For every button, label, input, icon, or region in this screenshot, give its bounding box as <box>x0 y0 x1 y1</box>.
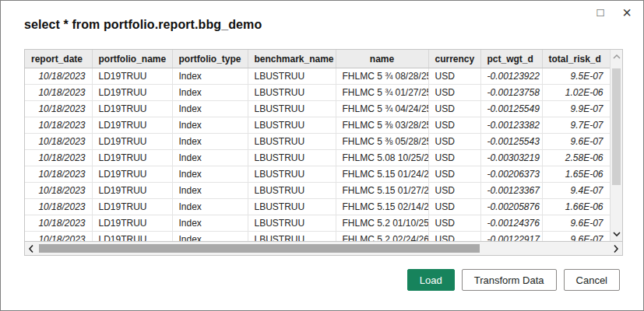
cell-portfolio_type: Index <box>172 166 248 182</box>
cell-total_risk_d: 2.58E-06 <box>542 149 610 166</box>
cell-currency: USD <box>428 231 480 241</box>
cell-report_date: 10/18/2023 <box>25 133 92 149</box>
window-controls: □ × <box>593 5 634 19</box>
cell-pct_wgt_d: -0.00206373 <box>480 166 542 182</box>
cell-portfolio_type: Index <box>172 117 248 133</box>
cell-portfolio_type: Index <box>172 84 248 100</box>
cell-report_date: 10/18/2023 <box>25 231 92 241</box>
cell-name: FHLMC 5.15 02/14/25 <box>336 198 428 215</box>
cancel-button[interactable]: Cancel <box>564 269 620 291</box>
close-icon[interactable]: × <box>620 5 634 19</box>
vertical-scrollbar-thumb[interactable] <box>612 68 621 185</box>
cell-pct_wgt_d: -0.00123922 <box>480 68 542 84</box>
cell-currency: USD <box>428 182 480 198</box>
cell-report_date: 10/18/2023 <box>25 182 92 198</box>
cell-report_date: 10/18/2023 <box>25 117 92 133</box>
cell-portfolio_name: LD19TRUU <box>92 68 172 84</box>
column-header-portfolio_type: portfolio_type <box>172 50 248 68</box>
column-header-total_risk_d: total_risk_d <box>542 50 610 68</box>
table-body: 10/18/2023LD19TRUUIndexLBUSTRUUFHLMC 5 ¾… <box>25 68 610 241</box>
cell-benchmark_name: LBUSTRUU <box>248 68 336 84</box>
cell-total_risk_d: 9.5E-07 <box>542 68 610 84</box>
cell-benchmark_name: LBUSTRUU <box>248 100 336 117</box>
table-row: 10/18/2023LD19TRUUIndexLBUSTRUUFHLMC 5.1… <box>25 182 610 198</box>
cell-currency: USD <box>428 100 480 117</box>
cell-portfolio_type: Index <box>172 133 248 149</box>
cell-name: FHLMC 5 ⅜ 03/28/25 <box>336 117 428 133</box>
cell-portfolio_name: LD19TRUU <box>92 182 172 198</box>
cell-currency: USD <box>428 198 480 215</box>
cell-benchmark_name: LBUSTRUU <box>248 198 336 215</box>
table-grid: report_dateportfolio_nameportfolio_typeb… <box>25 50 610 241</box>
scroll-up-icon[interactable] <box>611 51 622 63</box>
scroll-down-icon[interactable] <box>611 228 622 240</box>
cell-pct_wgt_d: -0.00123367 <box>480 182 542 198</box>
cell-benchmark_name: LBUSTRUU <box>248 231 336 241</box>
cell-total_risk_d: 1.66E-06 <box>542 198 610 215</box>
cell-pct_wgt_d: -0.00125549 <box>480 100 542 117</box>
table-row: 10/18/2023LD19TRUUIndexLBUSTRUUFHLMC 5 ⅜… <box>25 117 610 133</box>
cell-benchmark_name: LBUSTRUU <box>248 84 336 100</box>
scroll-left-icon[interactable] <box>25 242 37 255</box>
cell-portfolio_type: Index <box>172 149 248 166</box>
table-row: 10/18/2023LD19TRUUIndexLBUSTRUUFHLMC 5.0… <box>25 149 610 166</box>
cell-portfolio_name: LD19TRUU <box>92 84 172 100</box>
cell-currency: USD <box>428 84 480 100</box>
dialog-window: □ × select * from portfolio.report.bbg_d… <box>0 0 644 311</box>
load-button[interactable]: Load <box>407 269 455 291</box>
cell-currency: USD <box>428 215 480 231</box>
table-row: 10/18/2023LD19TRUUIndexLBUSTRUUFHLMC 5 ⅜… <box>25 133 610 149</box>
table-row: 10/18/2023LD19TRUUIndexLBUSTRUUFHLMC 5.2… <box>25 231 610 241</box>
cell-report_date: 10/18/2023 <box>25 198 92 215</box>
transform-data-button[interactable]: Transform Data <box>462 269 557 291</box>
cell-name: FHLMC 5 ¾ 08/28/25 <box>336 68 428 84</box>
horizontal-scrollbar-track[interactable] <box>37 242 610 255</box>
cell-total_risk_d: 9.6E-07 <box>542 231 610 241</box>
preview-table: report_dateportfolio_nameportfolio_typeb… <box>25 50 610 241</box>
cell-name: FHLMC 5.2 02/24/26 <box>336 231 428 241</box>
cell-benchmark_name: LBUSTRUU <box>248 133 336 149</box>
cell-pct_wgt_d: -0.00125543 <box>480 133 542 149</box>
cell-benchmark_name: LBUSTRUU <box>248 182 336 198</box>
cell-pct_wgt_d: -0.00124376 <box>480 215 542 231</box>
cell-portfolio_name: LD19TRUU <box>92 100 172 117</box>
table-row: 10/18/2023LD19TRUUIndexLBUSTRUUFHLMC 5 ¾… <box>25 100 610 117</box>
cell-name: FHLMC 5.08 10/25/24 <box>336 149 428 166</box>
maximize-icon[interactable]: □ <box>593 5 607 19</box>
scroll-right-icon[interactable] <box>610 242 622 255</box>
cell-portfolio_name: LD19TRUU <box>92 166 172 182</box>
horizontal-scrollbar[interactable] <box>24 242 623 256</box>
cell-total_risk_d: 9.6E-07 <box>542 215 610 231</box>
cell-report_date: 10/18/2023 <box>25 68 92 84</box>
cell-total_risk_d: 9.7E-07 <box>542 117 610 133</box>
cell-benchmark_name: LBUSTRUU <box>248 166 336 182</box>
cell-currency: USD <box>428 68 480 84</box>
cell-total_risk_d: 9.6E-07 <box>542 133 610 149</box>
table-row: 10/18/2023LD19TRUUIndexLBUSTRUUFHLMC 5.1… <box>25 198 610 215</box>
table-row: 10/18/2023LD19TRUUIndexLBUSTRUUFHLMC 5.2… <box>25 215 610 231</box>
cell-pct_wgt_d: -0.00123758 <box>480 84 542 100</box>
cell-report_date: 10/18/2023 <box>25 100 92 117</box>
cell-portfolio_name: LD19TRUU <box>92 117 172 133</box>
cell-currency: USD <box>428 133 480 149</box>
vertical-scrollbar[interactable] <box>610 50 622 241</box>
cell-total_risk_d: 9.9E-07 <box>542 100 610 117</box>
cell-portfolio_name: LD19TRUU <box>92 231 172 241</box>
cell-benchmark_name: LBUSTRUU <box>248 149 336 166</box>
horizontal-scrollbar-thumb[interactable] <box>39 244 480 253</box>
cell-report_date: 10/18/2023 <box>25 84 92 100</box>
cell-pct_wgt_d: -0.00205876 <box>480 198 542 215</box>
dialog-title: select * from portfolio.report.bbg_demo <box>24 18 262 32</box>
cell-portfolio_name: LD19TRUU <box>92 198 172 215</box>
cell-portfolio_type: Index <box>172 198 248 215</box>
cell-pct_wgt_d: -0.00303219 <box>480 149 542 166</box>
cell-portfolio_type: Index <box>172 231 248 241</box>
column-header-name: name <box>336 50 428 68</box>
cell-currency: USD <box>428 166 480 182</box>
cell-pct_wgt_d: -0.00123382 <box>480 117 542 133</box>
cell-total_risk_d: 1.02E-06 <box>542 84 610 100</box>
cell-report_date: 10/18/2023 <box>25 215 92 231</box>
cell-portfolio_name: LD19TRUU <box>92 133 172 149</box>
cell-portfolio_type: Index <box>172 182 248 198</box>
cell-pct_wgt_d: -0.00122917 <box>480 231 542 241</box>
